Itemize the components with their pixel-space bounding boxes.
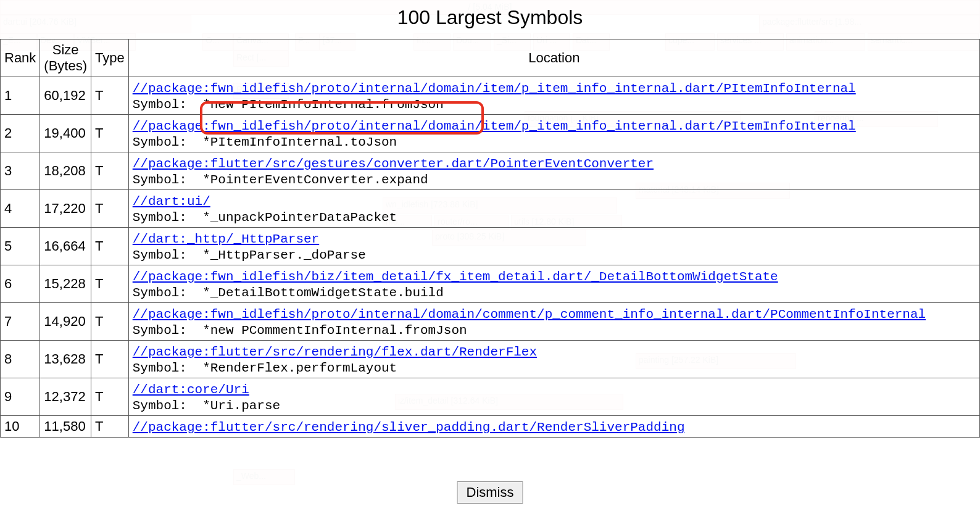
size-cell: 12,372 (40, 378, 91, 416)
rank-cell: 4 (1, 190, 40, 228)
symbol-text: Symbol: *PItemInfoInternal.toJson (133, 135, 397, 149)
type-cell: T (91, 378, 129, 416)
table-row: 912,372T//dart:core/UriSymbol: *Uri.pars… (1, 378, 980, 416)
col-type: Type (91, 39, 129, 77)
location-cell: //dart:_http/_HttpParserSymbol: *_HttpPa… (128, 228, 979, 265)
table-row: 417,220T//dart:ui/Symbol: *_unpackPointe… (1, 190, 980, 228)
type-cell: T (91, 265, 129, 303)
location-cell: //dart:ui/Symbol: *_unpackPointerDataPac… (128, 190, 979, 228)
rank-cell: 6 (1, 265, 40, 303)
col-size: Size (Bytes) (40, 39, 91, 77)
location-link[interactable]: //package:fwn_idlefish/proto/internal/do… (133, 307, 926, 322)
type-cell: T (91, 416, 129, 438)
size-cell: 18,208 (40, 152, 91, 190)
location-link[interactable]: //dart:core/Uri (133, 383, 249, 397)
type-cell: T (91, 303, 129, 341)
symbols-overlay: 100 Largest Symbols Rank Size (Bytes) Ty… (0, 0, 980, 511)
symbol-text: Symbol: *new PItemInfoInternal.fromJson (133, 98, 444, 112)
table-row: 219,400T//package:fwn_idlefish/proto/int… (1, 115, 980, 152)
page-title: 100 Largest Symbols (0, 0, 980, 39)
size-cell: 19,400 (40, 115, 91, 152)
location-cell: //package:fwn_idlefish/proto/internal/do… (128, 303, 979, 341)
type-cell: T (91, 115, 129, 152)
location-link[interactable]: //dart:_http/_HttpParser (133, 232, 319, 246)
table-row: 615,228T//package:fwn_idlefish/biz/item_… (1, 265, 980, 303)
symbol-text: Symbol: *_unpackPointerDataPacket (133, 210, 397, 225)
rank-cell: 1 (1, 77, 40, 115)
type-cell: T (91, 341, 129, 378)
size-cell: 13,628 (40, 341, 91, 378)
location-link[interactable]: //package:flutter/src/rendering/sliver_p… (133, 420, 685, 434)
location-cell: //package:fwn_idlefish/proto/internal/do… (128, 77, 979, 115)
rank-cell: 3 (1, 152, 40, 190)
symbol-text: Symbol: *RenderFlex.performLayout (133, 361, 397, 375)
symbols-table: Rank Size (Bytes) Type Location 160,192T… (0, 39, 980, 438)
location-cell: //package:flutter/src/gestures/converter… (128, 152, 979, 190)
rank-cell: 7 (1, 303, 40, 341)
dismiss-container: Dismiss (457, 481, 523, 504)
table-row: 714,920T//package:fwn_idlefish/proto/int… (1, 303, 980, 341)
size-cell: 17,220 (40, 190, 91, 228)
col-location: Location (128, 39, 979, 77)
rank-cell: 8 (1, 341, 40, 378)
location-link[interactable]: //package:flutter/src/rendering/flex.dar… (133, 345, 537, 359)
symbol-text: Symbol: *Uri.parse (133, 399, 280, 413)
dismiss-button[interactable]: Dismiss (457, 481, 523, 504)
symbol-text: Symbol: *new PCommentInfoInternal.fromJs… (133, 323, 467, 338)
symbol-text: Symbol: *_HttpParser._doParse (133, 248, 366, 262)
table-row: 516,664T//dart:_http/_HttpParserSymbol: … (1, 228, 980, 265)
rank-cell: 2 (1, 115, 40, 152)
size-cell: 60,192 (40, 77, 91, 115)
size-cell: 15,228 (40, 265, 91, 303)
symbol-text: Symbol: *PointerEventConverter.expand (133, 173, 428, 187)
location-cell: //package:flutter/src/rendering/sliver_p… (128, 416, 979, 438)
type-cell: T (91, 77, 129, 115)
size-cell: 11,580 (40, 416, 91, 438)
symbol-text: Symbol: *_DetailBottomWidgetState.build (133, 286, 444, 300)
table-row: 813,628T//package:flutter/src/rendering/… (1, 341, 980, 378)
location-cell: //package:flutter/src/rendering/flex.dar… (128, 341, 979, 378)
rank-cell: 5 (1, 228, 40, 265)
type-cell: T (91, 228, 129, 265)
location-link[interactable]: //package:fwn_idlefish/proto/internal/do… (133, 81, 856, 96)
table-row: 1011,580T//package:flutter/src/rendering… (1, 416, 980, 438)
location-link[interactable]: //package:fwn_idlefish/proto/internal/do… (133, 119, 856, 133)
location-cell: //dart:core/UriSymbol: *Uri.parse (128, 378, 979, 416)
table-header-row: Rank Size (Bytes) Type Location (1, 39, 980, 77)
rank-cell: 9 (1, 378, 40, 416)
table-row: 160,192T//package:fwn_idlefish/proto/int… (1, 77, 980, 115)
type-cell: T (91, 152, 129, 190)
size-cell: 14,920 (40, 303, 91, 341)
location-link[interactable]: //dart:ui/ (133, 194, 210, 209)
location-link[interactable]: //package:fwn_idlefish/biz/item_detail/f… (133, 270, 778, 284)
col-rank: Rank (1, 39, 40, 77)
table-row: 318,208T//package:flutter/src/gestures/c… (1, 152, 980, 190)
location-cell: //package:fwn_idlefish/biz/item_detail/f… (128, 265, 979, 303)
type-cell: T (91, 190, 129, 228)
size-cell: 16,664 (40, 228, 91, 265)
location-link[interactable]: //package:flutter/src/gestures/converter… (133, 157, 654, 171)
location-cell: //package:fwn_idlefish/proto/internal/do… (128, 115, 979, 152)
rank-cell: 10 (1, 416, 40, 438)
